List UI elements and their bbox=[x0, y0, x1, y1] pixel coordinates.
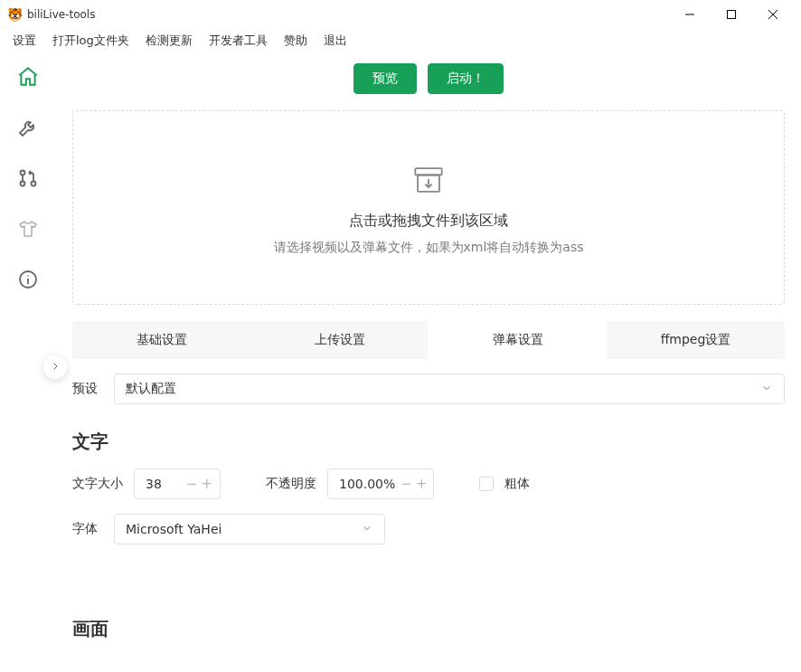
svg-rect-10 bbox=[415, 168, 441, 175]
font-label: 字体 bbox=[72, 521, 103, 537]
info-icon bbox=[17, 269, 39, 293]
plus-icon[interactable]: + bbox=[416, 476, 428, 492]
close-button[interactable] bbox=[752, 0, 794, 29]
svg-point-6 bbox=[32, 181, 36, 185]
settings-tabs: 基础设置 上传设置 弹幕设置 ffmpeg设置 bbox=[72, 321, 785, 359]
menu-bar: 设置 打开log文件夹 检测更新 开发者工具 赞助 退出 bbox=[0, 29, 801, 52]
svg-point-4 bbox=[21, 170, 25, 175]
title-bar: 🐯 biliLive-tools bbox=[0, 0, 801, 29]
shirt-icon bbox=[17, 218, 39, 242]
nav-tools[interactable] bbox=[8, 109, 48, 148]
font-size-label: 文字大小 bbox=[72, 476, 123, 492]
tab-basic[interactable]: 基础设置 bbox=[72, 321, 250, 359]
minimize-button[interactable] bbox=[669, 0, 711, 29]
bold-checkbox[interactable] bbox=[479, 477, 494, 491]
plus-icon[interactable]: + bbox=[201, 476, 212, 492]
nav-home[interactable] bbox=[8, 58, 48, 98]
font-size-value: 38 bbox=[146, 477, 162, 491]
chevron-right-icon bbox=[50, 360, 61, 374]
preset-row: 预设 默认配置 bbox=[72, 374, 785, 404]
maximize-button[interactable] bbox=[711, 0, 752, 29]
nav-info[interactable] bbox=[8, 260, 48, 300]
start-button[interactable]: 启动！ bbox=[428, 63, 504, 94]
menu-check-update[interactable]: 检测更新 bbox=[138, 30, 200, 52]
preview-button[interactable]: 预览 bbox=[353, 63, 417, 94]
menu-exit[interactable]: 退出 bbox=[316, 30, 354, 52]
tab-ffmpeg[interactable]: ffmpeg设置 bbox=[607, 321, 785, 359]
tab-upload[interactable]: 上传设置 bbox=[250, 321, 429, 359]
menu-settings[interactable]: 设置 bbox=[5, 30, 43, 52]
sidebar-toggle[interactable] bbox=[43, 355, 67, 379]
sidebar bbox=[0, 52, 56, 672]
dropzone-title: 点击或拖拽文件到该区域 bbox=[349, 212, 508, 231]
font-row: 字体 Microsoft YaHei bbox=[72, 514, 785, 544]
nav-shirt[interactable] bbox=[8, 210, 48, 250]
svg-rect-1 bbox=[728, 11, 736, 19]
section-canvas: 画面 bbox=[72, 617, 785, 641]
chevron-down-icon bbox=[760, 382, 773, 397]
minus-icon[interactable]: − bbox=[400, 476, 412, 492]
file-dropzone[interactable]: 点击或拖拽文件到该区域 请选择视频以及弹幕文件，如果为xml将自动转换为ass bbox=[72, 110, 785, 305]
opacity-label: 不透明度 bbox=[266, 476, 316, 492]
wrench-icon bbox=[17, 117, 39, 141]
menu-open-log[interactable]: 打开log文件夹 bbox=[45, 30, 137, 52]
app-icon: 🐯 bbox=[7, 7, 22, 22]
window-controls bbox=[669, 0, 794, 29]
nav-pull-request[interactable] bbox=[8, 159, 48, 199]
section-text: 文字 bbox=[72, 430, 785, 454]
window-title: biliLive-tools bbox=[27, 8, 95, 21]
bold-label: 粗体 bbox=[504, 476, 530, 492]
archive-icon bbox=[409, 160, 448, 203]
menu-devtools[interactable]: 开发者工具 bbox=[202, 30, 275, 52]
chevron-down-icon bbox=[361, 522, 373, 537]
preset-value: 默认配置 bbox=[126, 381, 176, 397]
stepper-controls[interactable]: −+ bbox=[400, 476, 427, 492]
action-buttons: 预览 启动！ bbox=[72, 63, 785, 94]
preset-select[interactable]: 默认配置 bbox=[114, 374, 785, 404]
dropzone-subtitle: 请选择视频以及弹幕文件，如果为xml将自动转换为ass bbox=[274, 240, 584, 256]
text-size-row: 文字大小 38 −+ 不透明度 100.00 % −+ 粗体 bbox=[72, 469, 785, 499]
main-content: 预览 启动！ 点击或拖拽文件到该区域 请选择视频以及弹幕文件，如果为xml将自动… bbox=[56, 52, 801, 672]
stepper-controls[interactable]: −+ bbox=[186, 476, 212, 492]
minus-icon[interactable]: − bbox=[186, 476, 198, 492]
opacity-value: 100.00 bbox=[339, 477, 383, 491]
svg-point-5 bbox=[21, 181, 25, 185]
svg-point-9 bbox=[27, 275, 29, 277]
font-value: Microsoft YaHei bbox=[126, 522, 221, 536]
opacity-input[interactable]: 100.00 % −+ bbox=[327, 469, 434, 499]
font-size-input[interactable]: 38 −+ bbox=[134, 469, 221, 499]
pull-request-icon bbox=[17, 167, 39, 192]
tab-danmaku[interactable]: 弹幕设置 bbox=[429, 321, 607, 359]
preset-label: 预设 bbox=[72, 381, 103, 397]
opacity-suffix: % bbox=[383, 477, 395, 491]
font-select[interactable]: Microsoft YaHei bbox=[114, 514, 385, 544]
menu-sponsor[interactable]: 赞助 bbox=[277, 30, 315, 52]
home-icon bbox=[16, 65, 40, 91]
